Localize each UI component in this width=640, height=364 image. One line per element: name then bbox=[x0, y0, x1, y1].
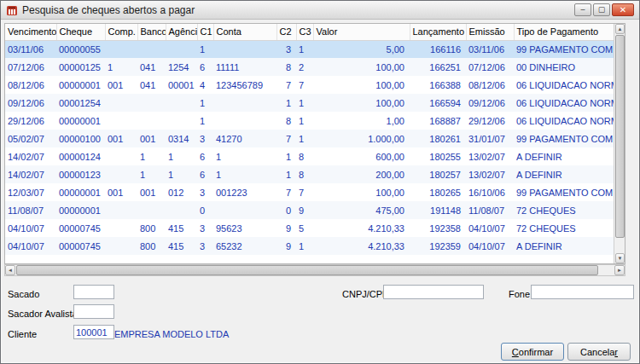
grid-cell[interactable]: 168887 bbox=[410, 112, 466, 130]
grid-cell[interactable]: 192359 bbox=[410, 237, 466, 255]
grid-cell[interactable]: 09/12/06 bbox=[5, 94, 56, 112]
grid-cell[interactable]: 7 bbox=[296, 183, 313, 201]
grid-cell[interactable]: 11/08/07 bbox=[466, 201, 514, 219]
grid-cell[interactable]: 6 bbox=[197, 165, 213, 183]
grid-cell[interactable]: 13/02/07 bbox=[466, 147, 514, 165]
grid-cell[interactable]: 166388 bbox=[410, 76, 466, 94]
grid-row[interactable]: 11/08/0700000001009475,0019114811/08/077… bbox=[5, 201, 614, 219]
grid-cell[interactable]: 041 bbox=[137, 58, 166, 76]
grid-cell[interactable]: 192358 bbox=[410, 219, 466, 237]
grid-cell[interactable]: 415 bbox=[166, 237, 197, 255]
grid-cell[interactable]: 0314 bbox=[166, 130, 197, 147]
sacador-avalista-input[interactable] bbox=[73, 304, 114, 319]
grid-cell[interactable]: 475,00 bbox=[313, 201, 410, 219]
grid-header-cell[interactable]: C1 bbox=[197, 24, 213, 40]
grid-cell[interactable]: 00000001 bbox=[56, 183, 105, 201]
grid-cell[interactable]: 06 LIQUIDACAO NORMAL bbox=[514, 76, 614, 94]
grid-cell[interactable] bbox=[213, 201, 276, 219]
grid-cell[interactable]: A DEFINIR bbox=[514, 165, 614, 183]
grid-cell[interactable]: 00000001 bbox=[56, 76, 105, 94]
grid-cell[interactable]: 800 bbox=[137, 237, 166, 255]
grid-cell[interactable] bbox=[213, 112, 276, 130]
grid-cell[interactable]: 6 bbox=[197, 58, 213, 76]
grid-cell[interactable]: 180255 bbox=[410, 147, 466, 165]
grid-cell[interactable]: 99 PAGAMENTO COM CHEQ bbox=[514, 183, 614, 201]
grid-cell[interactable]: 8 bbox=[276, 58, 296, 76]
grid-cell[interactable]: 123456789 bbox=[213, 76, 276, 94]
grid-cell[interactable]: 012 bbox=[166, 183, 197, 201]
grid-cell[interactable]: 1 bbox=[105, 58, 137, 76]
grid-cell[interactable]: 8 bbox=[276, 112, 296, 130]
grid-row[interactable]: 08/12/0600000001001041000014123456789771… bbox=[5, 76, 614, 94]
grid-cell[interactable]: 03/11/06 bbox=[466, 40, 514, 58]
maximize-button[interactable]: ▢ bbox=[593, 3, 610, 16]
grid-cell[interactable]: 99 PAGAMENTO COM CHEQ bbox=[514, 130, 614, 147]
grid-header-cell[interactable]: Emissão bbox=[466, 24, 514, 40]
grid-cell[interactable]: 04/10/07 bbox=[5, 237, 56, 255]
minimize-button[interactable]: – bbox=[574, 3, 591, 16]
grid-cell[interactable]: 4 bbox=[197, 76, 213, 94]
grid-cell[interactable]: 001 bbox=[105, 130, 137, 147]
grid-cell[interactable]: 00000125 bbox=[56, 58, 105, 76]
grid-cell[interactable]: 65232 bbox=[213, 237, 276, 255]
cnpj-cpf-input[interactable] bbox=[383, 285, 484, 299]
grid-cell[interactable]: 100,00 bbox=[313, 58, 410, 76]
scroll-down-button[interactable]: ▼ bbox=[615, 253, 625, 263]
grid-cell[interactable]: 1 bbox=[296, 40, 313, 58]
grid-cell[interactable]: 001 bbox=[105, 183, 137, 201]
grid-cell[interactable]: 1 bbox=[296, 112, 313, 130]
grid-cell[interactable]: 166251 bbox=[410, 58, 466, 76]
grid-row[interactable]: 04/10/0700000745800415395623954.210,3319… bbox=[5, 219, 614, 237]
grid-cell[interactable]: 8 bbox=[296, 165, 313, 183]
grid-cell[interactable]: 3 bbox=[276, 40, 296, 58]
grid-row[interactable]: 14/02/0700000124116118600,0018025513/02/… bbox=[5, 147, 614, 165]
grid-cell[interactable] bbox=[166, 201, 197, 219]
grid-row[interactable]: 07/12/06000001251041125461111182100,0016… bbox=[5, 58, 614, 76]
grid-cell[interactable] bbox=[105, 237, 137, 255]
grid-cell[interactable]: 13/02/07 bbox=[466, 165, 514, 183]
grid-cell[interactable]: 1 bbox=[296, 130, 313, 147]
grid-cell[interactable]: 8 bbox=[296, 147, 313, 165]
scroll-left-button[interactable]: ◄ bbox=[5, 265, 15, 275]
grid-cell[interactable]: 9 bbox=[276, 219, 296, 237]
grid-cell[interactable]: 00001 bbox=[166, 76, 197, 94]
grid-cell[interactable]: 1 bbox=[197, 94, 213, 112]
grid-cell[interactable]: 415 bbox=[166, 219, 197, 237]
grid-cell[interactable] bbox=[105, 147, 137, 165]
grid-cell[interactable]: 0 bbox=[197, 201, 213, 219]
sacado-input[interactable] bbox=[73, 285, 114, 299]
grid-cell[interactable]: 00000124 bbox=[56, 147, 105, 165]
grid-cell[interactable]: 3 bbox=[197, 219, 213, 237]
grid-cell[interactable]: 06 LIQUIDACAO NORMAL bbox=[514, 112, 614, 130]
grid-cell[interactable]: 72 CHEQUES bbox=[514, 219, 614, 237]
grid-cell[interactable] bbox=[105, 94, 137, 112]
grid-cell[interactable] bbox=[137, 112, 166, 130]
grid-cell[interactable]: 04/10/07 bbox=[466, 219, 514, 237]
grid-cell[interactable]: 99 PAGAMENTO COM CHEQ bbox=[514, 40, 614, 58]
grid-header-cell[interactable]: C3 bbox=[296, 24, 313, 40]
grid-cell[interactable]: 191148 bbox=[410, 201, 466, 219]
grid-cell[interactable]: 16/10/06 bbox=[466, 183, 514, 201]
grid-cell[interactable]: 00000001 bbox=[56, 201, 105, 219]
grid-cell[interactable] bbox=[137, 201, 166, 219]
grid-header-cell[interactable]: Banco bbox=[137, 24, 166, 40]
grid-cell[interactable]: 1254 bbox=[166, 58, 197, 76]
grid-cell[interactable] bbox=[137, 94, 166, 112]
grid-cell[interactable]: 3 bbox=[197, 183, 213, 201]
grid-cell[interactable]: 11/08/07 bbox=[5, 201, 56, 219]
grid-cell[interactable]: 00000055 bbox=[56, 40, 105, 58]
grid-cell[interactable]: 100,00 bbox=[313, 76, 410, 94]
grid-cell[interactable]: 4.210,33 bbox=[313, 219, 410, 237]
grid-cell[interactable]: 08/12/06 bbox=[466, 76, 514, 94]
grid-header-cell[interactable]: Tipo de Pagamento bbox=[514, 24, 614, 40]
scroll-up-button[interactable]: ▲ bbox=[615, 24, 625, 34]
grid-cell[interactable]: 1 bbox=[137, 147, 166, 165]
grid-cell[interactable]: 7 bbox=[296, 76, 313, 94]
grid-cell[interactable]: 04/10/07 bbox=[5, 219, 56, 237]
grid-cell[interactable]: A DEFINIR bbox=[514, 147, 614, 165]
grid-cell[interactable]: 2 bbox=[296, 58, 313, 76]
grid-cell[interactable]: 07/12/06 bbox=[466, 58, 514, 76]
grid-cell[interactable]: 09/12/06 bbox=[466, 94, 514, 112]
grid-cell[interactable]: 166594 bbox=[410, 94, 466, 112]
grid-cell[interactable]: 7 bbox=[276, 76, 296, 94]
